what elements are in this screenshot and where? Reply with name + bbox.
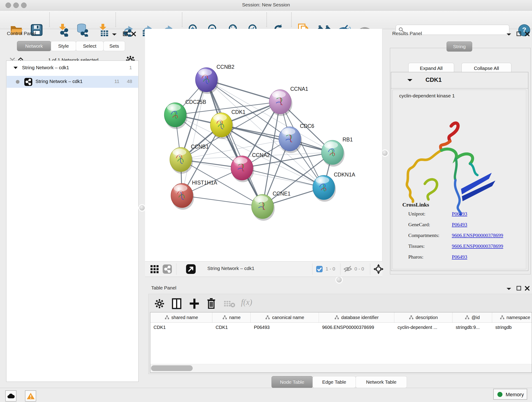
column-header-namespace[interactable]: namespace	[492, 313, 532, 322]
open-in-new-window-icon[interactable]	[186, 264, 196, 274]
network-row-selected[interactable]: String Network – cdk1 11 48	[7, 76, 138, 88]
gene-description: cyclin-dependent kinase 1	[399, 93, 455, 99]
grid-view-icon[interactable]	[150, 265, 159, 274]
network-collection-row[interactable]: String Network – cdk1 1	[6, 63, 138, 74]
gene-header-row[interactable]: CDK1	[391, 72, 528, 89]
node-label: RB1	[342, 137, 353, 143]
table-panel-float-icon[interactable]	[516, 286, 522, 291]
column-header-canonical-name[interactable]: canonical name	[251, 313, 319, 322]
table-body: CDK1CDK1P064939606.ENSP00000378699cyclin…	[150, 323, 532, 333]
right-splitter-handle[interactable]	[382, 150, 388, 156]
crosslink-row: Pharos:P06493	[408, 254, 523, 260]
node-CDK1[interactable]: CDK1	[210, 109, 245, 139]
crosslink-label: Pharos:	[408, 254, 452, 260]
gene-collapse-icon[interactable]	[407, 78, 413, 82]
node-CDKN1A[interactable]: CDKN1A	[313, 172, 355, 202]
tab-node-table[interactable]: Node Table	[272, 376, 313, 388]
results-panel-close-icon[interactable]	[525, 31, 530, 37]
tree-expander-icon[interactable]	[13, 66, 18, 70]
import-network-database-icon[interactable]	[76, 23, 89, 37]
memory-button[interactable]: Memory	[493, 389, 527, 400]
crosslink-value-link[interactable]: 9606.ENSP00000378699	[452, 243, 503, 249]
tab-network-table[interactable]: Network Table	[355, 376, 407, 388]
crosslink-row: Tissues:9606.ENSP00000378699	[408, 243, 523, 249]
crosslink-value-link[interactable]: P06493	[452, 211, 467, 217]
table-cell[interactable]: stringdb	[492, 323, 532, 333]
add-column-icon[interactable]	[189, 298, 199, 309]
column-header-shared-name[interactable]: shared name	[150, 313, 212, 322]
table-cell[interactable]: CDK1	[212, 323, 251, 333]
node-label: CCNA1	[290, 86, 308, 92]
table-row[interactable]: CDK1CDK1P064939606.ENSP00000378699cyclin…	[150, 323, 532, 333]
edge-CCNB2-HIST1H1A[interactable]	[182, 80, 206, 196]
function-builder-icon[interactable]: f(x)	[241, 298, 252, 307]
table-cell[interactable]: cyclin-dependent ...	[394, 323, 452, 333]
table-panel-menu-icon[interactable]	[506, 287, 512, 291]
cloud-icon	[7, 393, 15, 399]
table-hscrollbar-thumb[interactable]	[151, 365, 193, 371]
cloud-button[interactable]	[5, 390, 17, 402]
tab-select[interactable]: Select	[76, 41, 104, 51]
tab-string[interactable]: String	[447, 41, 472, 51]
import-network-file-icon[interactable]	[56, 23, 69, 37]
node-label: CDK1	[231, 109, 245, 115]
crosslink-value-link[interactable]: P06493	[452, 254, 467, 260]
network-canvas[interactable]: CCNB2CCNA1CDC25BCDK1CDC6RB1CCNB1CCNA2CDK…	[145, 29, 382, 261]
edge-CCNB2-CCNE1[interactable]	[206, 80, 263, 206]
toolbar-separator	[49, 12, 50, 27]
node-CCNB2[interactable]: CCNB2	[196, 64, 234, 94]
column-type-icon	[222, 315, 227, 320]
selected-nodes-edges-count: 1 - 0	[326, 266, 335, 272]
control-panel-close-icon[interactable]	[131, 31, 136, 37]
column-header-name[interactable]: name	[212, 313, 251, 322]
node-CCNA1[interactable]: CCNA1	[269, 86, 308, 116]
warning-button[interactable]	[25, 390, 36, 402]
crosslink-row: Compartments:9606.ENSP00000378699	[408, 232, 523, 238]
delete-column-icon[interactable]	[207, 298, 216, 309]
bottom-splitter-handle[interactable]	[336, 277, 342, 283]
table-cell[interactable]: P06493	[251, 323, 319, 333]
title-bar: Session: New Session	[0, 0, 532, 11]
column-header-@id[interactable]: @id	[452, 313, 492, 322]
table-panel-close-icon[interactable]	[525, 286, 530, 291]
crosslink-value-link[interactable]: 9606.ENSP00000378699	[452, 232, 503, 238]
control-panel-menu-icon[interactable]	[111, 32, 117, 36]
import-table-icon[interactable]	[96, 23, 109, 37]
column-header-database-identifier[interactable]: database identifier	[319, 313, 394, 322]
node-CDC25B[interactable]: CDC25B	[164, 99, 206, 129]
table-settings-gear-icon[interactable]	[154, 299, 165, 309]
show-columns-icon[interactable]	[172, 298, 181, 309]
node-HIST1H1A[interactable]: HIST1H1A	[171, 180, 217, 210]
column-header-description[interactable]: description	[394, 313, 452, 322]
table-cell[interactable]: 9606.ENSP00000378699	[319, 323, 394, 333]
crosslink-value-link[interactable]: P06493	[452, 222, 467, 228]
edge-CDK1-RB1[interactable]	[221, 125, 332, 153]
hidden-eye-slash-icon[interactable]	[343, 265, 352, 273]
selected-checkbox-icon[interactable]	[316, 266, 323, 273]
column-type-icon	[465, 315, 470, 320]
control-panel-float-icon[interactable]	[123, 31, 128, 37]
tab-sets[interactable]: Sets	[103, 41, 125, 51]
results-panel-menu-icon[interactable]	[506, 32, 512, 36]
crosslinks-list: Uniprot:P06493GeneCard:P06493Compartment…	[408, 211, 523, 265]
gene-details: cyclin-dependent kinase 1 CrossLinks Uni…	[393, 89, 526, 269]
node-CDC6[interactable]: CDC6	[279, 123, 314, 153]
column-type-icon	[409, 315, 414, 320]
edge-CCNA2-CDKN1A[interactable]	[242, 168, 324, 187]
tab-style[interactable]: Style	[51, 41, 76, 51]
delete-table-icon[interactable]	[224, 300, 235, 308]
left-splitter-handle[interactable]	[139, 205, 145, 211]
node-label: CCNE1	[273, 191, 291, 197]
table-cell[interactable]: CDK1	[150, 323, 212, 333]
tab-edge-table[interactable]: Edge Table	[312, 376, 356, 388]
table-cell[interactable]: stringdb:9...	[452, 323, 492, 333]
node-RB1[interactable]: RB1	[322, 137, 353, 167]
network-tree: String Network – cdk1 1 String Network –…	[6, 61, 139, 382]
results-panel-float-icon[interactable]	[516, 31, 522, 37]
network-node-count: 11	[114, 79, 119, 84]
status-bar: Memory	[0, 388, 532, 402]
network-overview-icon[interactable]	[162, 264, 172, 274]
tab-network[interactable]: Network	[17, 41, 51, 51]
crosslink-label: Uniprot:	[408, 211, 452, 217]
birdseye-crosshair-icon[interactable]	[373, 264, 384, 274]
